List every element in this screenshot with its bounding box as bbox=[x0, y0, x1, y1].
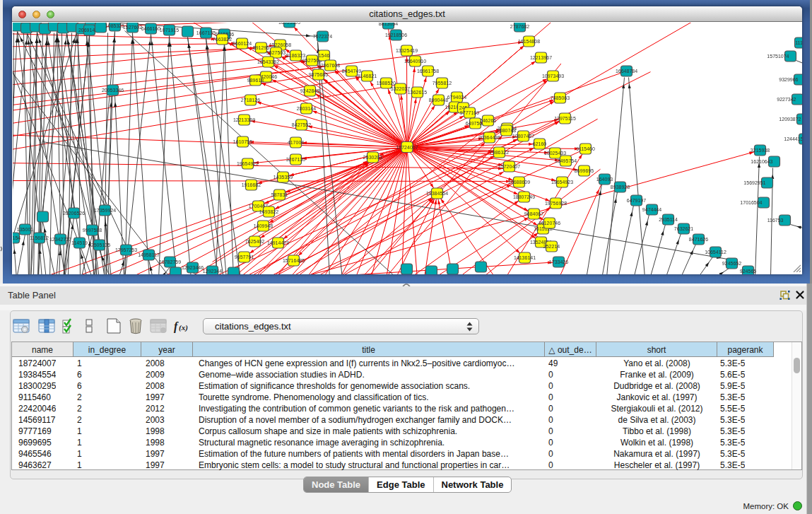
svg-text:10973493: 10973493 bbox=[541, 74, 563, 78]
svg-text:989618: 989618 bbox=[247, 78, 263, 83]
svg-text:12975115: 12975115 bbox=[554, 116, 576, 121]
svg-text:15692951: 15692951 bbox=[743, 180, 765, 185]
svg-text:114519: 114519 bbox=[71, 240, 88, 245]
svg-text:7632621: 7632621 bbox=[673, 226, 693, 231]
svg-text:2935114: 2935114 bbox=[659, 217, 678, 222]
svg-text:15720407: 15720407 bbox=[498, 164, 519, 169]
svg-text:1546: 1546 bbox=[318, 53, 329, 58]
svg-text:116753: 116753 bbox=[767, 218, 783, 223]
svg-text:6794024: 6794024 bbox=[447, 95, 466, 100]
svg-text:16210643: 16210643 bbox=[751, 159, 772, 164]
svg-text:19654923: 19654923 bbox=[551, 180, 572, 185]
svg-text:9242848: 9242848 bbox=[300, 88, 319, 93]
svg-text:8427552: 8427552 bbox=[291, 122, 310, 127]
svg-text:587831: 587831 bbox=[271, 192, 287, 197]
svg-text:7663822: 7663822 bbox=[212, 37, 231, 42]
svg-text:8938928: 8938928 bbox=[610, 185, 629, 189]
svg-text:164093: 164093 bbox=[596, 177, 612, 182]
svg-text:891295: 891295 bbox=[252, 45, 269, 50]
svg-text:1362615: 1362615 bbox=[407, 90, 426, 95]
svg-text:12213967: 12213967 bbox=[529, 55, 551, 60]
svg-text:17957253: 17957253 bbox=[114, 247, 136, 252]
svg-text:9245652: 9245652 bbox=[722, 261, 741, 266]
svg-text:9227342: 9227342 bbox=[777, 97, 796, 102]
svg-text:417004: 417004 bbox=[287, 140, 303, 145]
svg-text:20206526: 20206526 bbox=[62, 211, 84, 216]
svg-text:252214: 252214 bbox=[543, 244, 559, 249]
svg-text:16640910: 16640910 bbox=[404, 59, 425, 64]
svg-text:746266: 746266 bbox=[479, 118, 495, 123]
svg-text:12342717: 12342717 bbox=[49, 237, 71, 242]
svg-text:9474444: 9474444 bbox=[642, 207, 661, 212]
svg-text:9875685: 9875685 bbox=[308, 72, 327, 77]
svg-text:1112: 1112 bbox=[795, 40, 802, 45]
svg-text:19654922: 19654922 bbox=[236, 161, 258, 166]
svg-text:14958117: 14958117 bbox=[138, 252, 160, 257]
svg-text:1292344: 1292344 bbox=[202, 269, 221, 274]
svg-text:2530203: 2530203 bbox=[363, 155, 382, 160]
svg-text:f: f bbox=[174, 320, 179, 333]
svg-text:14136141: 14136141 bbox=[513, 255, 535, 260]
svg-text:15226058: 15226058 bbox=[269, 42, 290, 47]
svg-text:19756928: 19756928 bbox=[544, 201, 566, 206]
svg-text:1610755: 1610755 bbox=[233, 139, 252, 144]
svg-text:16543382: 16543382 bbox=[257, 59, 278, 64]
svg-text:1409948: 1409948 bbox=[253, 223, 272, 228]
svg-text:1916682: 1916682 bbox=[241, 182, 260, 187]
svg-text:1435359: 1435359 bbox=[273, 175, 292, 180]
svg-text:7986322: 7986322 bbox=[489, 150, 508, 155]
svg-text:1071915: 1071915 bbox=[159, 28, 178, 33]
svg-text:1667135: 1667135 bbox=[196, 30, 215, 35]
svg-text:9684067: 9684067 bbox=[524, 211, 543, 216]
svg-text:13325419: 13325419 bbox=[395, 48, 417, 53]
svg-text:8990448: 8990448 bbox=[428, 98, 447, 103]
svg-text:18724007: 18724007 bbox=[396, 144, 418, 149]
svg-text:7572374: 7572374 bbox=[312, 34, 331, 39]
svg-text:8471626: 8471626 bbox=[688, 237, 707, 242]
svg-text:6466160: 6466160 bbox=[141, 26, 160, 31]
svg-text:7625402: 7625402 bbox=[245, 239, 264, 244]
svg-text:1080748: 1080748 bbox=[496, 128, 515, 133]
svg-text:1156812: 1156812 bbox=[30, 235, 49, 240]
svg-text:9329966: 9329966 bbox=[779, 77, 798, 82]
svg-text:12213369: 12213369 bbox=[233, 117, 254, 122]
svg-text:15751074: 15751074 bbox=[767, 54, 789, 59]
svg-text:16154808: 16154808 bbox=[517, 39, 539, 44]
svg-text:6479197: 6479197 bbox=[626, 198, 645, 203]
svg-text:15716485: 15716485 bbox=[282, 258, 304, 263]
svg-text:2803144: 2803144 bbox=[296, 106, 315, 111]
svg-text:9146821: 9146821 bbox=[357, 74, 376, 78]
svg-text:9997588: 9997588 bbox=[82, 228, 101, 233]
svg-text:16120746: 16120746 bbox=[538, 221, 560, 226]
svg-text:12505135: 12505135 bbox=[88, 243, 110, 247]
svg-text:39154: 39154 bbox=[13, 235, 20, 240]
svg-text:20053346: 20053346 bbox=[101, 88, 123, 93]
svg-text:19384554: 19384554 bbox=[425, 191, 447, 196]
svg-text:8186323: 8186323 bbox=[286, 53, 305, 58]
svg-text:1733426: 1733426 bbox=[548, 259, 567, 264]
svg-text:1588520: 1588520 bbox=[376, 81, 395, 86]
svg-text:10688609: 10688609 bbox=[507, 180, 529, 185]
svg-text:16648784: 16648784 bbox=[615, 69, 637, 74]
svg-text:8813054: 8813054 bbox=[378, 23, 397, 26]
svg-text:135001: 135001 bbox=[16, 227, 33, 232]
svg-text:3267130: 3267130 bbox=[286, 157, 305, 162]
svg-text:9115460: 9115460 bbox=[576, 146, 595, 151]
svg-text:16782759: 16782759 bbox=[158, 259, 180, 264]
svg-text:3215938: 3215938 bbox=[750, 148, 769, 153]
svg-text:8660124: 8660124 bbox=[232, 41, 251, 46]
svg-text:12093872: 12093872 bbox=[779, 117, 801, 122]
svg-text:16961758: 16961758 bbox=[416, 69, 438, 74]
svg-text:17359924: 17359924 bbox=[93, 208, 115, 213]
svg-text:10654112: 10654112 bbox=[705, 250, 726, 255]
svg-text:2718126: 2718126 bbox=[240, 98, 259, 103]
svg-text:14914479: 14914479 bbox=[266, 240, 288, 245]
svg-text:12923446: 12923446 bbox=[181, 265, 203, 270]
svg-text:9657791: 9657791 bbox=[234, 255, 253, 259]
svg-text:13495754: 13495754 bbox=[554, 158, 576, 163]
svg-text:20364436: 20364436 bbox=[478, 135, 500, 140]
svg-text:10025433: 10025433 bbox=[543, 151, 565, 156]
svg-text:10807487: 10807487 bbox=[512, 134, 534, 139]
svg-text:1527602: 1527602 bbox=[122, 25, 141, 30]
svg-text:17016504: 17016504 bbox=[740, 200, 762, 205]
